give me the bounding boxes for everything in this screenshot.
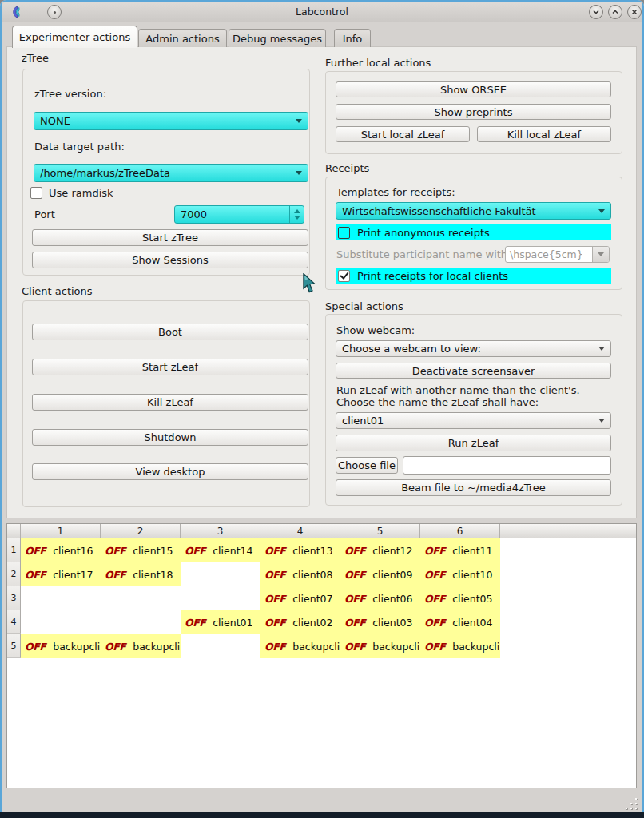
column-header-1[interactable]: 1 [21,524,101,538]
kill-local-zleaf-button[interactable]: Kill local zLeaf [477,126,611,142]
client-cell-client08[interactable]: OFFclient08 [260,562,340,586]
client-cell-backupcli...[interactable]: OFFbackupcli... [420,634,500,658]
use-ramdisk-label: Use ramdisk [49,187,113,199]
tab-debug-messages[interactable]: Debug messages [229,29,326,47]
zleaf-name-value: client01 [342,415,384,427]
use-ramdisk-checkbox[interactable] [30,187,42,199]
client-cell-client02[interactable]: OFFclient02 [260,610,340,634]
titlebar[interactable]: Labcontrol [2,2,642,22]
client-cell-client01[interactable]: OFFclient01 [181,610,260,634]
show-sessions-button[interactable]: Show Sessions [32,252,308,268]
row-header-4[interactable]: 4 [7,610,21,634]
tab-admin-actions[interactable]: Admin actions [138,29,227,47]
client-cell-backupcli...[interactable]: OFFbackupcli... [340,634,420,658]
start-ztree-button[interactable]: Start zTree [32,229,308,246]
chevron-down-icon [598,419,605,423]
ztree-version-value: NONE [40,115,70,127]
column-header-6[interactable]: 6 [420,524,500,538]
client-cell-backupcli...[interactable]: OFFbackupcli... [260,634,340,658]
shutdown-button[interactable]: Shutdown [32,429,308,446]
client-status-table[interactable]: 1234561OFFclient16OFFclient15OFFclient14… [6,523,637,788]
port-value: 7000 [175,206,289,223]
row-header-1[interactable]: 1 [7,538,21,562]
print-local-receipts-checkbox[interactable] [338,270,350,282]
print-anonymous-checkbox[interactable] [338,227,350,239]
port-label: Port [34,208,55,220]
off-status-indicator: OFF [185,617,205,629]
receipt-template-select[interactable]: Wirtschaftswissenschaftliche Fakultät [336,202,611,220]
client-cell-client05[interactable]: OFFclient05 [420,586,500,610]
empty-cell[interactable] [21,610,101,634]
empty-cell[interactable] [181,562,260,586]
tab-experimenter-actions[interactable]: Experimenter actions [12,26,137,48]
empty-cell[interactable] [101,586,181,610]
off-status-indicator: OFF [264,569,285,581]
client-name: client12 [372,545,412,557]
resize-grip[interactable] [626,797,640,812]
empty-cell[interactable] [181,586,260,610]
show-preprints-button[interactable]: Show preprints [336,104,611,120]
empty-cell[interactable] [181,634,260,658]
client-cell-client14[interactable]: OFFclient14 [181,538,260,562]
column-header-5[interactable]: 5 [340,524,420,538]
receipts-group-title: Receipts [325,162,369,174]
empty-cell[interactable] [101,610,181,634]
close-button[interactable] [627,5,642,19]
run-zleaf-button[interactable]: Run zLeaf [336,435,611,451]
tab-info[interactable]: Info [334,29,371,47]
show-orsee-button[interactable]: Show ORSEE [336,81,611,97]
client-name: backupcli... [292,641,340,653]
column-header-3[interactable]: 3 [181,524,260,538]
client-cell-client12[interactable]: OFFclient12 [340,538,420,562]
client-cell-backupcli...[interactable]: OFFbackupcli... [101,634,181,658]
empty-cell[interactable] [21,586,101,610]
ztree-version-select[interactable]: NONE [34,112,308,130]
client-cell-client03[interactable]: OFFclient03 [340,610,420,634]
row-header-3[interactable]: 3 [7,586,21,610]
client-cell-client06[interactable]: OFFclient06 [340,586,420,610]
client-cell-client16[interactable]: OFFclient16 [21,538,101,562]
client-cell-client09[interactable]: OFFclient09 [340,562,420,586]
window-title: Labcontrol [2,2,642,22]
client-cell-client10[interactable]: OFFclient10 [420,562,500,586]
maximize-button[interactable] [608,5,622,19]
choose-file-button[interactable]: Choose file [336,457,398,474]
spin-buttons[interactable] [289,206,304,223]
special-actions-group-title: Special actions [325,300,403,312]
print-anonymous-label: Print anonymous receipts [357,227,490,239]
tab-label: Debug messages [233,33,322,45]
off-status-indicator: OFF [264,617,285,629]
column-header-2[interactable]: 2 [101,524,181,538]
beam-file-button[interactable]: Beam file to ~/media4zTree [336,479,611,496]
zleaf-name-select[interactable]: client01 [336,412,611,429]
start-local-zleaf-button[interactable]: Start local zLeaf [336,126,470,142]
client-cell-client13[interactable]: OFFclient13 [260,538,340,562]
view-desktop-button[interactable]: View desktop [32,463,308,480]
client-cell-client18[interactable]: OFFclient18 [101,562,181,586]
tab-label: Experimenter actions [19,31,130,43]
row-filler [500,634,636,658]
row-header-2[interactable]: 2 [7,562,21,586]
boot-button[interactable]: Boot [32,324,308,340]
column-header-4[interactable]: 4 [260,524,340,538]
client-name: client10 [452,569,492,581]
file-path-input[interactable] [403,456,611,475]
webcam-select[interactable]: Choose a webcam to view: [336,340,611,357]
row-header-5[interactable]: 5 [7,634,21,658]
client-cell-client17[interactable]: OFFclient17 [21,562,101,586]
client-cell-client11[interactable]: OFFclient11 [420,538,500,562]
substitute-name-select[interactable]: \hspace{5cm} [505,246,610,263]
further-local-group-title: Further local actions [325,57,431,69]
minimize-button[interactable] [589,5,603,19]
start-zleaf-button[interactable]: Start zLeaf [32,359,308,375]
client-cell-client04[interactable]: OFFclient04 [420,610,500,634]
port-spinbox[interactable]: 7000 [174,205,304,224]
client-cell-client07[interactable]: OFFclient07 [260,586,340,610]
off-status-indicator: OFF [344,617,365,629]
deactivate-screensaver-button[interactable]: Deactivate screensaver [336,363,611,379]
client-cell-backupcli...[interactable]: OFFbackupcli... [21,634,101,658]
client-cell-client15[interactable]: OFFclient15 [101,538,181,562]
kill-zleaf-button[interactable]: Kill zLeaf [32,394,308,411]
off-status-indicator: OFF [264,545,285,557]
data-target-path-select[interactable]: /home/markus/zTreeData [34,164,308,182]
